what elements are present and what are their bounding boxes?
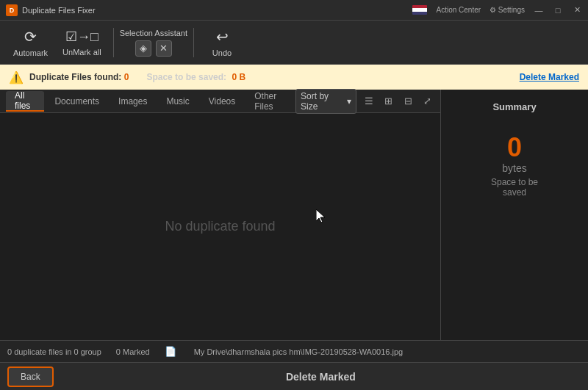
status-bar: 0 duplicate files in 0 group 0 Marked 📄 … — [0, 340, 588, 362]
titlebar: D Duplicate Files Fixer Action Center ⚙ … — [0, 0, 588, 21]
space-value: 0 B — [232, 72, 245, 82]
titlebar-right: Action Center ⚙ Settings — □ ✕ — [412, 5, 582, 15]
main-layout: All files Documents Images Music Videos … — [0, 90, 588, 340]
tab-music[interactable]: Music — [157, 91, 198, 112]
bottom-bar: Back Delete Marked — [0, 362, 588, 390]
automark-icon: ⟳ — [24, 28, 37, 46]
view-list-btn[interactable]: ☰ — [362, 94, 376, 109]
tab-videos[interactable]: Videos — [200, 91, 244, 112]
titlebar-title: Duplicate Files Fixer — [22, 6, 96, 15]
warning-bar: ⚠️ Duplicate Files found: 0 Space to be … — [0, 65, 588, 90]
tab-documents[interactable]: Documents — [46, 91, 108, 112]
status-marked: 0 Marked — [116, 347, 150, 356]
selection-assistant-area: Selection Assistant ◈ ✕ — [120, 29, 187, 57]
warning-text: Duplicate Files found: 0 — [29, 72, 129, 82]
toolbar-divider — [113, 28, 114, 57]
automark-button[interactable]: ⟳ Automark — [7, 24, 54, 61]
delete-marked-bottom-label[interactable]: Delete Marked — [61, 371, 581, 383]
unmark-all-label: UnMark all — [62, 48, 101, 57]
action-center-btn[interactable]: Action Center — [436, 6, 481, 14]
tab-all-files[interactable]: All files — [6, 91, 44, 112]
minimize-btn[interactable]: — — [534, 5, 544, 15]
no-duplicate-message: No duplicate found — [165, 219, 275, 234]
sort-label: Sort by Size — [301, 91, 344, 112]
selection-icon-1[interactable]: ◈ — [135, 40, 151, 57]
duplicate-count: 0 — [124, 72, 129, 82]
summary-space-label: Space to besaved — [491, 177, 538, 198]
unmark-all-button[interactable]: ☑→□ UnMark all — [57, 24, 107, 61]
warning-icon: ⚠️ — [9, 71, 24, 84]
tabs-right: Sort by Size ▾ ☰ ⊞ ⊟ ⤢ — [295, 89, 434, 114]
close-btn[interactable]: ✕ — [572, 5, 582, 15]
view-expand-btn[interactable]: ⤢ — [421, 94, 434, 109]
selection-assistant-icons: ◈ ✕ — [135, 40, 172, 57]
left-panel: All files Documents Images Music Videos … — [0, 90, 441, 340]
automark-label: Automark — [13, 48, 48, 57]
app-icon: D — [6, 4, 18, 16]
summary-title: Summary — [492, 101, 536, 112]
sort-by-dropdown[interactable]: Sort by Size ▾ — [295, 89, 356, 114]
maximize-btn[interactable]: □ — [553, 5, 563, 15]
view-detail-btn[interactable]: ⊞ — [382, 94, 395, 109]
toolbar: ⟳ Automark ☑→□ UnMark all Selection Assi… — [0, 21, 588, 65]
summary-bytes-unit: bytes — [502, 162, 526, 174]
unmark-all-icon: ☑→□ — [65, 29, 98, 45]
language-flag[interactable] — [412, 5, 427, 15]
tab-images[interactable]: Images — [110, 91, 156, 112]
undo-icon: ↩ — [216, 28, 229, 46]
selection-icon-2[interactable]: ✕ — [156, 40, 172, 57]
summary-bytes-value: 0 — [507, 134, 522, 161]
tabs-left: All files Documents Images Music Videos … — [6, 91, 295, 112]
selection-assistant-label: Selection Assistant — [120, 29, 187, 37]
status-duplicate-files: 0 duplicate files in 0 group — [7, 347, 101, 356]
toolbar-divider-2 — [193, 28, 194, 57]
view-grid-btn[interactable]: ⊟ — [401, 94, 415, 109]
titlebar-left: D Duplicate Files Fixer — [6, 4, 96, 16]
status-file-path: My Drive\dharmshala pics hm\IMG-20190528… — [194, 347, 404, 356]
space-text: Space to be saved: 0 B — [146, 72, 245, 82]
tabs-bar: All files Documents Images Music Videos … — [0, 90, 440, 113]
delete-marked-link[interactable]: Delete Marked — [520, 72, 579, 82]
status-file-icon: 📄 — [165, 346, 176, 357]
summary-panel: Summary 0 bytes Space to besaved — [441, 90, 588, 340]
undo-button[interactable]: ↩ Undo — [200, 24, 244, 61]
sort-arrow: ▾ — [347, 96, 351, 106]
settings-btn[interactable]: ⚙ Settings — [490, 6, 525, 14]
back-button[interactable]: Back — [7, 366, 54, 387]
undo-label: Undo — [212, 48, 232, 57]
tab-other-files[interactable]: Other Files — [245, 91, 295, 112]
content-area: No duplicate found — [0, 113, 440, 340]
